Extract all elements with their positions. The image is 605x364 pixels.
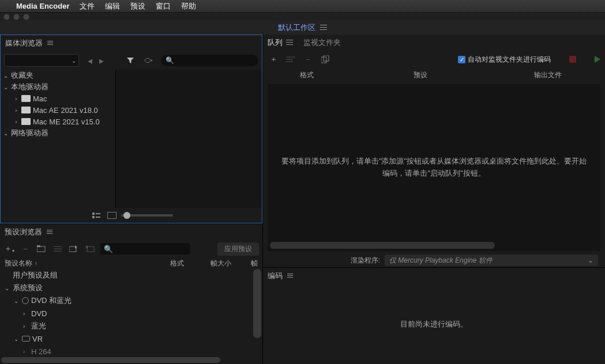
panel-menu-icon[interactable] bbox=[47, 41, 53, 46]
col-name[interactable]: 预设名称 bbox=[5, 259, 32, 268]
export-preset-icon[interactable] bbox=[84, 243, 96, 255]
media-browser-toolbar: ⌄ ◂ ▸ 🔍 bbox=[1, 51, 262, 70]
svg-text:+: + bbox=[293, 55, 295, 60]
window-controls bbox=[0, 13, 605, 21]
queue-panel: 队列 监视文件夹 ＋ + − ✓ 自动对监视文件夹进行编码 格式 bbox=[263, 35, 605, 267]
disc-icon bbox=[22, 297, 29, 304]
workspace-menu-icon[interactable] bbox=[320, 25, 327, 31]
preset-scrollbar[interactable] bbox=[253, 269, 261, 356]
filter-icon[interactable] bbox=[124, 54, 137, 67]
preset-browser-header: 预设浏览器 bbox=[0, 224, 262, 240]
menu-preset[interactable]: 预设 bbox=[130, 1, 145, 12]
close-window-icon[interactable] bbox=[3, 14, 10, 20]
media-preview-area bbox=[116, 70, 262, 208]
nav-back-icon[interactable]: ◂ bbox=[85, 55, 95, 66]
svg-rect-2 bbox=[92, 213, 95, 215]
tree-network-drives[interactable]: ⌄网络驱动器 bbox=[1, 127, 115, 139]
col-frame-rate[interactable]: 帧 bbox=[251, 259, 258, 268]
minimize-window-icon[interactable] bbox=[13, 14, 20, 20]
sort-asc-icon[interactable]: ↑ bbox=[35, 260, 37, 267]
preset-browser-title: 预设浏览器 bbox=[5, 227, 42, 237]
preset-tree: 用户预设及组 ⌄系统预设 ⌄DVD 和蓝光 ›DVD ›蓝光 ⌄VR ›H 26… bbox=[0, 269, 262, 356]
zoom-window-icon[interactable] bbox=[23, 14, 29, 20]
preset-hscroll[interactable] bbox=[0, 356, 262, 364]
start-queue-icon[interactable] bbox=[595, 56, 600, 63]
list-view-icon[interactable] bbox=[90, 209, 103, 222]
svg-rect-7 bbox=[37, 245, 40, 247]
encoding-idle-text: 目前尚未进行编码。 bbox=[400, 319, 468, 329]
col-frame-size[interactable]: 帧大小 bbox=[211, 259, 251, 268]
ingest-icon[interactable] bbox=[142, 54, 155, 67]
preset-settings-icon[interactable] bbox=[52, 243, 63, 255]
panel-menu-icon[interactable] bbox=[47, 230, 52, 234]
app-name[interactable]: Media Encoder bbox=[16, 2, 69, 10]
queue-tabs: 队列 监视文件夹 bbox=[263, 35, 605, 51]
encoding-panel: 编码 目前尚未进行编码。 bbox=[263, 267, 605, 364]
preset-system[interactable]: ⌄系统预设 bbox=[0, 282, 262, 294]
preset-toolbar: ＋▾ − 🔍 应用预设 bbox=[0, 240, 262, 257]
tab-queue[interactable]: 队列 bbox=[268, 37, 293, 48]
add-output-icon[interactable]: + bbox=[285, 54, 296, 65]
queue-hscroll[interactable] bbox=[270, 242, 598, 249]
preset-dvd[interactable]: ›DVD bbox=[0, 307, 262, 320]
search-icon: 🔍 bbox=[166, 56, 174, 65]
menu-file[interactable]: 文件 bbox=[80, 1, 95, 12]
media-browser-footer bbox=[1, 208, 262, 223]
thumbnail-view-icon[interactable] bbox=[107, 212, 117, 219]
menu-edit[interactable]: 编辑 bbox=[105, 1, 120, 12]
encoding-title: 编码 bbox=[268, 271, 283, 281]
preset-columns: 预设名称↑ 格式 帧大小 帧 bbox=[0, 257, 262, 269]
add-source-icon[interactable]: ＋ bbox=[268, 54, 279, 65]
auto-encode-checkbox[interactable]: ✓ 自动对监视文件夹进行编码 bbox=[458, 55, 551, 65]
preset-browser-panel: 预设浏览器 ＋▾ − 🔍 应用预设 预设名称↑ 格式 帧大小 帧 用户预设及组 bbox=[0, 223, 262, 364]
tab-watch-folders[interactable]: 监视文件夹 bbox=[303, 37, 341, 48]
preset-bluray[interactable]: ›蓝光 bbox=[0, 320, 262, 332]
delete-preset-icon[interactable]: − bbox=[20, 243, 31, 255]
col-preset: 预设 bbox=[345, 70, 495, 80]
workspace-label[interactable]: 默认工作区 bbox=[278, 22, 315, 33]
renderer-label: 渲染程序: bbox=[351, 256, 380, 266]
preset-dvd-bluray[interactable]: ⌄DVD 和蓝光 bbox=[0, 294, 262, 307]
col-output: 输出文件 bbox=[495, 70, 600, 80]
col-format: 格式 bbox=[268, 70, 345, 80]
remove-icon[interactable]: − bbox=[302, 54, 314, 65]
drive-icon bbox=[21, 95, 31, 102]
svg-point-0 bbox=[145, 59, 151, 63]
preset-h264[interactable]: ›H 264 bbox=[0, 345, 262, 356]
tree-favorites[interactable]: ⌄收藏夹 bbox=[1, 70, 115, 81]
zoom-knob[interactable] bbox=[123, 212, 130, 219]
preset-user-group[interactable]: 用户预设及组 bbox=[0, 269, 262, 282]
path-dropdown[interactable]: ⌄ bbox=[4, 54, 79, 67]
queue-toolbar: ＋ + − ✓ 自动对监视文件夹进行编码 bbox=[263, 51, 605, 68]
tree-drive[interactable]: ›Mac bbox=[1, 93, 115, 104]
media-tree: ⌄收藏夹 ⌄本地驱动器 ›Mac ›Mac AE 2021 v18.0 ›Mac… bbox=[1, 70, 116, 208]
panel-menu-icon[interactable] bbox=[286, 40, 293, 46]
duplicate-icon[interactable] bbox=[320, 54, 331, 65]
media-browser-title: 媒体浏览器 bbox=[5, 38, 43, 48]
queue-drop-area[interactable]: 要将项目添加到队列，请单击"添加源"按钮或者从媒体浏览器或桌面将文件拖到此处。要… bbox=[268, 84, 600, 251]
tree-drive[interactable]: ›Mac ME 2021 v15.0 bbox=[1, 116, 115, 127]
menu-help[interactable]: 帮助 bbox=[181, 1, 196, 12]
panel-menu-icon[interactable] bbox=[287, 274, 293, 278]
apply-preset-button[interactable]: 应用预设 bbox=[217, 242, 259, 256]
import-preset-icon[interactable] bbox=[68, 243, 80, 255]
stop-queue-icon[interactable] bbox=[569, 56, 576, 63]
chevron-down-icon: ⌄ bbox=[588, 256, 593, 264]
col-format[interactable]: 格式 bbox=[170, 259, 211, 268]
zoom-slider[interactable] bbox=[121, 214, 173, 217]
svg-rect-5 bbox=[96, 217, 100, 218]
new-preset-icon[interactable]: ＋▾ bbox=[3, 243, 15, 255]
menu-window[interactable]: 窗口 bbox=[156, 1, 171, 12]
tree-drive[interactable]: ›Mac AE 2021 v18.0 bbox=[1, 104, 115, 116]
nav-forward-icon[interactable]: ▸ bbox=[96, 55, 107, 66]
tree-local-drives[interactable]: ⌄本地驱动器 bbox=[1, 81, 115, 93]
media-search-input[interactable]: 🔍 bbox=[161, 55, 258, 66]
preset-vr[interactable]: ⌄VR bbox=[0, 332, 262, 345]
vr-icon bbox=[22, 336, 30, 342]
renderer-select[interactable]: 仅 Mercury Playback Engine 软件 ⌄ bbox=[385, 255, 598, 266]
preset-search-input[interactable]: 🔍 bbox=[100, 243, 190, 255]
media-browser-header: 媒体浏览器 bbox=[1, 35, 262, 51]
queue-hint: 要将项目添加到队列，请单击"添加源"按钮或者从媒体浏览器或桌面将文件拖到此处。要… bbox=[279, 156, 589, 180]
search-icon: 🔍 bbox=[104, 245, 113, 253]
new-group-icon[interactable] bbox=[36, 243, 47, 255]
